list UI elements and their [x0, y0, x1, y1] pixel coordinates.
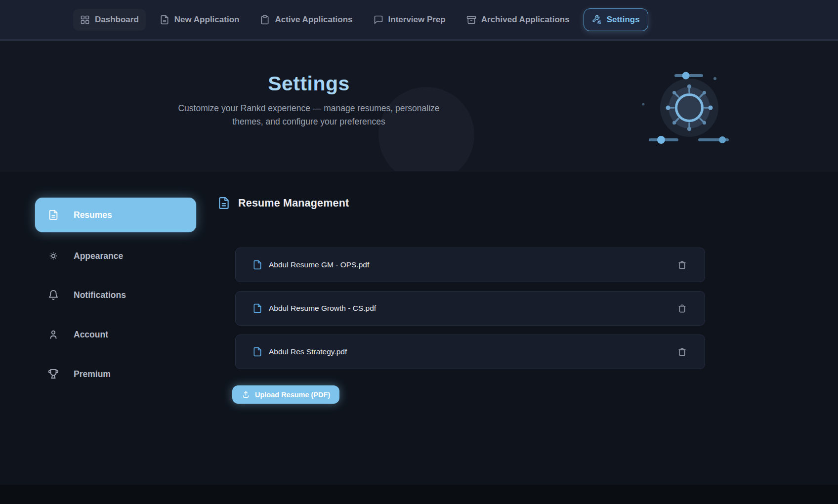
file-text-icon [160, 15, 169, 25]
sidebar-item-premium[interactable]: Premium [35, 363, 196, 385]
user-icon [48, 329, 59, 340]
resume-management-header: Resume Management [217, 197, 349, 210]
nav-item-interview-prep[interactable]: Interview Prep [367, 9, 453, 31]
sidebar-item-appearance[interactable]: Appearance [35, 245, 196, 267]
trash-icon [677, 304, 687, 313]
file-icon [252, 303, 262, 313]
file-icon [252, 347, 262, 357]
upload-icon [242, 390, 250, 399]
upload-button-label: Upload Resume (PDF) [255, 391, 330, 399]
page-title: Settings [166, 72, 452, 95]
nav-item-label: Interview Prep [388, 15, 446, 25]
nav-item-new-application[interactable]: New Application [153, 9, 247, 31]
sidebar-item-label: Resumes [74, 210, 112, 220]
nav-item-active-applications[interactable]: Active Applications [253, 9, 359, 31]
resume-file-name: Abdul Resume Growth - CS.pdf [269, 304, 376, 313]
delete-resume-button[interactable] [673, 343, 691, 361]
settings-gear-illustration [632, 58, 736, 147]
grid-icon [80, 15, 90, 25]
app-window: Dashboard New Application Active Applica… [0, 0, 838, 504]
section-title: Resume Management [238, 197, 349, 210]
file-icon [252, 260, 262, 270]
delete-resume-button[interactable] [673, 299, 691, 317]
resume-row[interactable]: Abdul Resume GM - OPS.pdf [235, 248, 705, 282]
file-text-icon [48, 210, 59, 220]
archive-icon [466, 15, 476, 25]
nav-item-label: Active Applications [275, 15, 352, 25]
upload-resume-button[interactable]: Upload Resume (PDF) [232, 385, 339, 404]
page-subtitle: Customize your Rankd experience — manage… [170, 102, 447, 128]
nav-item-dashboard[interactable]: Dashboard [73, 9, 146, 31]
wrench-gear-icon [592, 15, 602, 25]
nav-item-label: New Application [174, 15, 240, 25]
bell-icon [48, 290, 59, 300]
file-text-icon [217, 197, 230, 210]
settings-content: Resumes Appearance Notifications Account [0, 171, 838, 504]
trophy-icon [48, 369, 59, 379]
sidebar-item-resumes[interactable]: Resumes [35, 198, 196, 232]
trash-icon [677, 260, 687, 270]
nav-item-archived-applications[interactable]: Archived Applications [460, 9, 577, 31]
resume-row[interactable]: Abdul Res Strategy.pdf [235, 335, 705, 369]
nav-item-label: Dashboard [95, 15, 139, 25]
nav-item-label: Settings [607, 15, 640, 25]
resume-file-name: Abdul Res Strategy.pdf [269, 347, 347, 356]
clipboard-icon [260, 15, 270, 25]
delete-resume-button[interactable] [673, 256, 691, 274]
sun-icon [48, 251, 59, 261]
nav-item-label: Archived Applications [481, 15, 570, 25]
nav-item-settings[interactable]: Settings [584, 8, 648, 31]
trash-icon [677, 347, 687, 357]
top-nav: Dashboard New Application Active Applica… [0, 0, 838, 41]
bottom-strip [0, 485, 838, 504]
sidebar-item-label: Appearance [74, 251, 123, 261]
hero-banner: Settings Customize your Rankd experience… [0, 41, 838, 171]
sidebar-item-label: Notifications [74, 290, 126, 300]
resume-file-name: Abdul Resume GM - OPS.pdf [269, 260, 369, 269]
sidebar-item-label: Account [74, 330, 108, 340]
chat-icon [374, 15, 383, 25]
resume-row[interactable]: Abdul Resume Growth - CS.pdf [235, 291, 705, 326]
hero-text: Settings Customize your Rankd experience… [166, 72, 452, 128]
sidebar-item-account[interactable]: Account [35, 324, 196, 345]
sidebar-item-label: Premium [74, 369, 111, 379]
sidebar-item-notifications[interactable]: Notifications [35, 284, 196, 306]
